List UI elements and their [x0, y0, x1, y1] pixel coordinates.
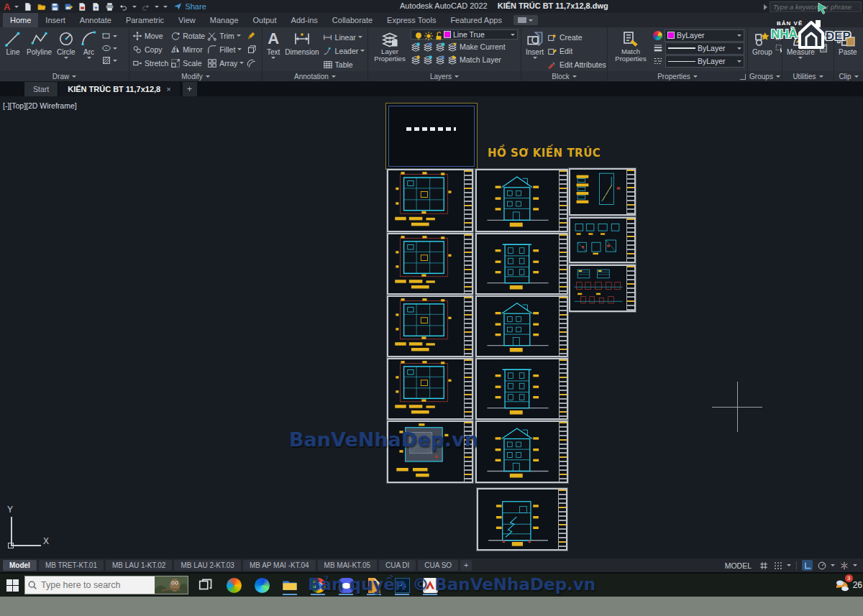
qat-dropdown-icon[interactable] — [163, 6, 168, 8]
model-space-toggle[interactable]: MODEL — [725, 561, 752, 570]
drawing-sheet-plan[interactable] — [387, 358, 473, 420]
isodraft-caret-icon[interactable] — [853, 564, 857, 566]
start-button[interactable] — [0, 574, 24, 597]
drawing-sheet-elevation2[interactable] — [475, 358, 568, 420]
group-tool[interactable]: Group — [751, 29, 774, 57]
stretch-tool[interactable]: Stretch — [132, 57, 168, 69]
draw-panel-label[interactable]: Draw — [0, 71, 129, 81]
plot-icon[interactable] — [78, 2, 87, 12]
share-button[interactable]: Share — [173, 2, 206, 11]
edit-block-tool[interactable]: Edit — [547, 45, 607, 57]
taskbar-discord-icon[interactable] — [337, 575, 355, 595]
drawing-sheet-elevation[interactable] — [475, 295, 568, 357]
table-tool[interactable]: Table — [323, 58, 365, 70]
taskbar-chrome-icon[interactable] — [309, 575, 327, 595]
redo-caret-icon[interactable] — [155, 6, 159, 8]
autocad-menu-icon[interactable]: A — [4, 2, 10, 12]
ribbon-tab-express-tools[interactable]: Express Tools — [380, 13, 443, 27]
file-tab-document[interactable]: KIẾN TRÚC BT 11,7x12,8 × — [59, 82, 179, 96]
rotate-tool[interactable]: Rotate — [170, 29, 205, 42]
drawing-sheet-plan[interactable] — [387, 169, 473, 232]
scale-tool[interactable]: Scale — [170, 57, 205, 69]
new-tab-button[interactable]: + — [183, 82, 197, 96]
taskbar-edge-icon[interactable] — [253, 575, 270, 595]
undo-icon[interactable] — [119, 2, 128, 12]
ribbon-tab-home[interactable]: Home — [3, 13, 38, 27]
open-file-icon[interactable] — [37, 2, 46, 12]
file-tab-start[interactable]: Start — [24, 82, 58, 96]
drawing-sheet-plan[interactable] — [387, 295, 473, 357]
print-icon[interactable] — [105, 2, 114, 12]
polyline-tool[interactable]: Polyline — [25, 29, 53, 57]
save-as-icon[interactable] — [64, 2, 73, 12]
explode-tool[interactable] — [246, 43, 256, 55]
menu-caret-icon[interactable] — [14, 6, 19, 8]
utilities-panel-label[interactable]: Utilities — [782, 71, 834, 81]
match-layer-tool[interactable]: Match Layer — [411, 54, 518, 65]
taskbar-search-input[interactable] — [40, 579, 155, 591]
layers-panel-label[interactable]: Layers — [368, 71, 521, 81]
hatch-tool[interactable] — [101, 55, 117, 65]
drawing-sheet-detail2[interactable] — [569, 217, 636, 263]
lineweight-dropdown[interactable]: ByLayer — [665, 42, 744, 55]
drawing-sheet-detail3[interactable] — [569, 265, 636, 312]
measure-tool[interactable]: Measure — [785, 29, 816, 60]
properties-panel-launcher-icon[interactable] — [740, 74, 746, 80]
snap-caret-icon[interactable] — [787, 564, 791, 566]
taskbar-task-view-icon[interactable] — [197, 575, 214, 595]
weather-widget[interactable]: 3 26 — [834, 574, 863, 597]
leader-tool[interactable]: Leader — [323, 45, 365, 57]
drawing-sheet-plan[interactable] — [387, 233, 473, 295]
object-color-dropdown[interactable]: ByLayer — [665, 29, 744, 42]
trim-tool[interactable]: Trim — [207, 29, 244, 42]
ortho-mode-toggle[interactable] — [802, 560, 813, 571]
search-expand-icon[interactable] — [764, 4, 767, 10]
polar-tracking-toggle[interactable] — [816, 560, 827, 571]
ribbon-tab-featured-apps[interactable]: Featured Apps — [443, 13, 509, 27]
mirror-tool[interactable]: Mirror — [170, 43, 205, 55]
layer-dropdown[interactable]: Line True — [411, 29, 518, 40]
text-tool[interactable]: A Text — [265, 29, 281, 60]
group-edit-tool[interactable] — [775, 31, 782, 41]
drawing-sheet-section[interactable] — [477, 488, 567, 551]
rectangle-tool[interactable] — [101, 31, 117, 41]
drawing-sheet-elevation[interactable] — [475, 169, 568, 232]
ribbon-tab-view[interactable]: View — [171, 13, 203, 27]
layer-properties-tool[interactable]: LayerProperties — [371, 29, 408, 63]
arc-tool[interactable]: Arc — [79, 29, 99, 60]
linear-tool[interactable]: Linear — [323, 31, 365, 43]
properties-panel-label[interactable]: Properties — [608, 71, 747, 81]
layout-tab-mb-ap-mai-kt-04[interactable]: MB AP MAI -KT.04 — [243, 560, 316, 571]
save-icon[interactable] — [50, 2, 60, 12]
drawing-canvas[interactable]: [-][Top][2D Wireframe] HỒ SƠ KIẾN TRÚC B… — [0, 96, 863, 558]
insert-block-tool[interactable]: Insert — [524, 29, 545, 60]
ribbon-tab-output[interactable]: Output — [246, 13, 284, 27]
publish-icon[interactable] — [91, 2, 101, 12]
taskbar-document-icon[interactable] — [365, 575, 383, 595]
polar-caret-icon[interactable] — [831, 564, 835, 566]
modify-panel-label[interactable]: Modify — [129, 71, 262, 81]
taskbar-copilot-icon[interactable] — [225, 575, 242, 595]
create-block-tool[interactable]: Create — [547, 31, 607, 43]
copy-tool[interactable]: Copy — [132, 43, 168, 55]
undo-caret-icon[interactable] — [132, 6, 137, 8]
redo-icon[interactable] — [141, 2, 150, 12]
drawing-sheet-detail[interactable] — [569, 168, 636, 216]
layout-tab-cua-di[interactable]: CUA DI — [379, 560, 416, 571]
new-file-icon[interactable] — [23, 2, 32, 12]
taskbar-autocad-icon[interactable] — [421, 575, 439, 595]
layout-tab-mb-lau-2-kt-03[interactable]: MB LAU 2-KT.03 — [174, 560, 240, 571]
layout-tab-mb-lau-1-kt-02[interactable]: MB LAU 1-KT.02 — [106, 560, 172, 571]
layout-tab-cua-so[interactable]: CUA SO — [418, 560, 458, 571]
ribbon-tab-insert[interactable]: Insert — [38, 13, 73, 27]
clipboard-panel-label[interactable]: Clip — [834, 71, 863, 81]
ribbon-tab-parametric[interactable]: Parametric — [119, 13, 171, 27]
quick-calculator-tool[interactable] — [818, 43, 828, 53]
offset-tool[interactable] — [246, 57, 256, 69]
ribbon-tab-add-ins[interactable]: Add-ins — [284, 13, 325, 27]
block-panel-label[interactable]: Block — [521, 71, 607, 81]
taskbar-file-explorer-icon[interactable] — [281, 575, 298, 595]
layout-tab-model[interactable]: Model — [3, 560, 37, 571]
keyword-search-input[interactable] — [770, 1, 862, 12]
grid-display-toggle[interactable] — [758, 560, 769, 571]
